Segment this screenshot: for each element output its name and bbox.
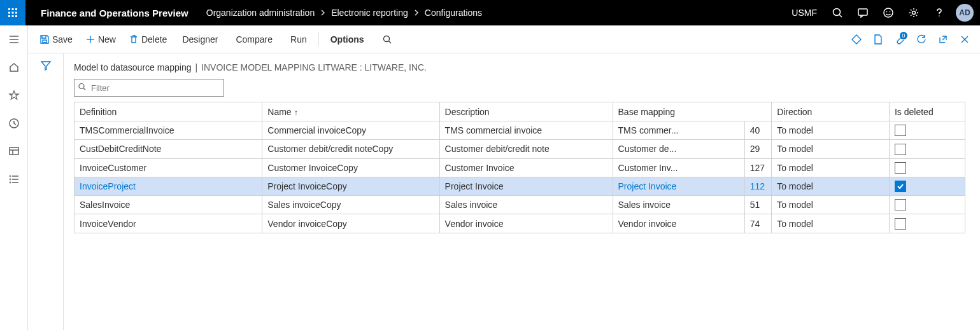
- attachments-button[interactable]: 0: [891, 31, 909, 48]
- clock-icon: [8, 118, 20, 129]
- close-button[interactable]: [956, 31, 974, 48]
- cell[interactable]: 74: [744, 214, 772, 233]
- feedback-button[interactable]: [877, 0, 900, 25]
- cell[interactable]: CustDebitCreditNote: [75, 140, 262, 158]
- cell[interactable]: 127: [744, 158, 772, 177]
- cell[interactable]: Vendor invoiceCopy: [262, 214, 439, 233]
- is-deleted-cell[interactable]: [889, 140, 965, 158]
- cell[interactable]: TMS commer...: [613, 121, 744, 140]
- new-button[interactable]: New: [80, 32, 121, 47]
- col-description[interactable]: Description: [439, 102, 613, 121]
- cell[interactable]: InvoiceCustomer: [75, 158, 262, 177]
- help-button[interactable]: [928, 0, 951, 25]
- cell[interactable]: Sales invoiceCopy: [262, 196, 439, 214]
- is-deleted-cell[interactable]: [889, 196, 965, 214]
- checkbox[interactable]: [895, 181, 906, 192]
- refresh-button[interactable]: [913, 31, 930, 48]
- cell[interactable]: Project Invoice: [613, 177, 744, 195]
- search-button[interactable]: [826, 0, 849, 25]
- cell[interactable]: 51: [744, 196, 772, 214]
- personalize-button[interactable]: [848, 31, 865, 48]
- svg-point-25: [10, 179, 11, 180]
- nav-home-button[interactable]: [0, 57, 28, 78]
- hamburger-icon: [8, 34, 20, 45]
- popout-button[interactable]: [934, 31, 952, 48]
- cell[interactable]: InvoiceVendor: [75, 214, 262, 233]
- cell[interactable]: SalesInvoice: [75, 196, 262, 214]
- cell[interactable]: To model: [772, 121, 890, 140]
- nav-modules-button[interactable]: [0, 169, 28, 189]
- cell[interactable]: Vendor invoice: [439, 214, 613, 233]
- diamond-icon: [851, 34, 862, 45]
- table-row[interactable]: CustDebitCreditNoteCustomer debit/credit…: [75, 140, 965, 158]
- breadcrumb-item[interactable]: Configurations: [425, 8, 482, 18]
- cell[interactable]: 112: [744, 177, 772, 195]
- col-is-deleted[interactable]: Is deleted: [889, 102, 965, 121]
- cell[interactable]: 40: [744, 121, 772, 140]
- table-row[interactable]: InvoiceVendorVendor invoiceCopyVendor in…: [75, 214, 965, 233]
- compare-button[interactable]: Compare: [228, 32, 280, 47]
- gear-icon: [908, 7, 920, 18]
- run-button[interactable]: Run: [283, 32, 315, 47]
- is-deleted-cell[interactable]: [889, 177, 965, 195]
- cell[interactable]: Customer debit/credit note: [439, 140, 613, 158]
- cell[interactable]: Commercial invoiceCopy: [262, 121, 439, 140]
- cell[interactable]: Customer InvoiceCopy: [262, 158, 439, 177]
- cell[interactable]: To model: [772, 214, 890, 233]
- breadcrumb: Organization administration Electronic r…: [206, 8, 482, 18]
- cell[interactable]: Vendor invoice: [613, 214, 744, 233]
- cell[interactable]: TMSCommercialInvoice: [75, 121, 262, 140]
- col-name[interactable]: Name↑: [262, 102, 439, 121]
- table-row[interactable]: SalesInvoiceSales invoiceCopySales invoi…: [75, 196, 965, 214]
- cell[interactable]: Customer Inv...: [613, 158, 744, 177]
- breadcrumb-item[interactable]: Electronic reporting: [331, 8, 408, 18]
- cell[interactable]: Sales invoice: [613, 196, 744, 214]
- cell[interactable]: 29: [744, 140, 772, 158]
- cell[interactable]: TMS commercial invoice: [439, 121, 613, 140]
- table-row[interactable]: InvoiceProjectProject InvoiceCopyProject…: [75, 177, 965, 195]
- cell[interactable]: To model: [772, 158, 890, 177]
- cell[interactable]: Project Invoice: [439, 177, 613, 195]
- cell[interactable]: Project InvoiceCopy: [262, 177, 439, 195]
- is-deleted-cell[interactable]: [889, 214, 965, 233]
- nav-workspaces-button[interactable]: [0, 141, 28, 162]
- cell[interactable]: Sales invoice: [439, 196, 613, 214]
- nav-expand-button[interactable]: [0, 29, 28, 50]
- app-launcher-button[interactable]: [0, 0, 25, 25]
- options-button[interactable]: Options: [323, 32, 372, 47]
- save-button[interactable]: Save: [34, 32, 78, 47]
- checkbox[interactable]: [895, 125, 906, 136]
- user-avatar[interactable]: AD: [956, 4, 974, 22]
- filter-pane-toggle[interactable]: [28, 53, 64, 330]
- col-definition[interactable]: Definition: [75, 102, 262, 121]
- cell[interactable]: Customer Invoice: [439, 158, 613, 177]
- checkbox[interactable]: [895, 162, 906, 174]
- checkbox[interactable]: [895, 218, 906, 230]
- is-deleted-cell[interactable]: [889, 121, 965, 140]
- cell[interactable]: Customer debit/credit noteCopy: [262, 140, 439, 158]
- delete-button[interactable]: Delete: [124, 32, 172, 47]
- cell[interactable]: To model: [772, 140, 890, 158]
- checkbox[interactable]: [895, 199, 906, 210]
- breadcrumb-item[interactable]: Organization administration: [206, 8, 315, 18]
- table-row[interactable]: InvoiceCustomerCustomer InvoiceCopyCusto…: [75, 158, 965, 177]
- find-button[interactable]: [377, 32, 397, 47]
- cell[interactable]: Customer de...: [613, 140, 744, 158]
- col-base-mapping[interactable]: Base mapping: [613, 102, 772, 121]
- quick-filter-input[interactable]: [74, 79, 224, 97]
- svg-rect-21: [10, 148, 18, 155]
- page-options-button[interactable]: [869, 31, 887, 48]
- messages-button[interactable]: [851, 0, 874, 25]
- table-row[interactable]: TMSCommercialInvoiceCommercial invoiceCo…: [75, 121, 965, 140]
- col-direction[interactable]: Direction: [772, 102, 890, 121]
- is-deleted-cell[interactable]: [889, 158, 965, 177]
- checkbox[interactable]: [895, 144, 906, 155]
- nav-favorites-button[interactable]: [0, 85, 28, 106]
- company-picker[interactable]: USMF: [785, 8, 823, 18]
- nav-recent-button[interactable]: [0, 113, 28, 134]
- settings-button[interactable]: [902, 0, 925, 25]
- cell[interactable]: To model: [772, 196, 890, 214]
- cell[interactable]: InvoiceProject: [75, 177, 262, 195]
- designer-button[interactable]: Designer: [174, 32, 225, 47]
- cell[interactable]: To model: [772, 177, 890, 195]
